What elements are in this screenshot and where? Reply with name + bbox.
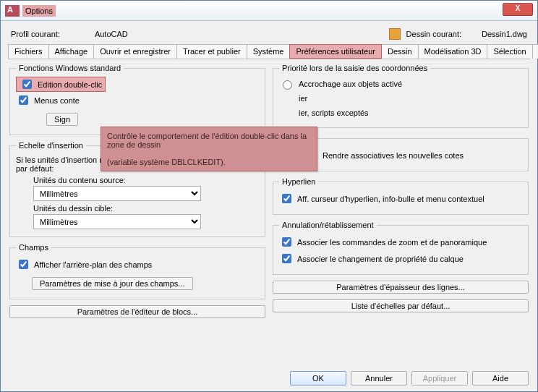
group-undo-redo-title: Annulation/rétablissement (279, 221, 377, 229)
tab-systeme[interactable]: Système (247, 44, 291, 59)
checkbox-edit-double-click[interactable]: Edition double-clic (16, 77, 106, 92)
tab-preferences-utilisateur[interactable]: Préférences utilisateur (289, 44, 381, 59)
tab-affichage[interactable]: Affichage (48, 44, 95, 59)
group-undo-redo: Annulation/rétablissement Associer les c… (273, 221, 529, 275)
target-units-combo[interactable]: Millimètres (33, 214, 259, 229)
content-area: Profil courant: AutoCAD Dessin courant: … (1, 21, 537, 330)
tab-tracer[interactable]: Tracer et publier (176, 44, 247, 59)
tooltip-dblclkedit: Contrôle le comportement de l'édition do… (101, 127, 317, 171)
checkbox-combine-layer-prop[interactable]: Associer le changement de propriété du c… (279, 250, 522, 267)
options-window: Options X Profil courant: AutoCAD Dessin… (0, 0, 538, 392)
show-field-bg-label: Afficher l'arrière-plan des champs (34, 260, 152, 269)
checkbox-show-field-bg[interactable]: Afficher l'arrière-plan des champs (16, 256, 259, 273)
close-button[interactable]: X (503, 3, 533, 16)
source-units-label: Unités du contenu source: (33, 176, 259, 184)
combine-zoom-pan-label: Associer les commandes de zoom et de pan… (297, 238, 487, 247)
group-hyperlink-title: Hyperlien (279, 177, 318, 186)
group-insertion-scale-title: Echelle d'insertion (16, 141, 86, 150)
panel: Fonctions Windows standard Edition doubl… (8, 59, 530, 323)
current-drawing-value: Dessin1.dwg (482, 30, 527, 38)
apply-button[interactable]: Appliquer (411, 371, 468, 385)
source-units-select[interactable]: Millimètres (33, 186, 201, 201)
signature-button[interactable]: Sign (46, 113, 78, 126)
drawing-icon (389, 28, 401, 40)
tooltip-line1: Contrôle le comportement de l'édition do… (107, 132, 311, 149)
tab-fichiers[interactable]: Fichiers (8, 44, 49, 59)
block-editor-settings-button[interactable]: Paramètres de l'éditeur de blocs... (9, 305, 265, 318)
group-coord-priority-title: Priorité lors de la saisie des coordonné… (279, 64, 430, 72)
edit-double-click-input[interactable] (22, 80, 32, 89)
hyperlink-cursor-label: Aff. curseur d'hyperlien, info-bulle et … (297, 195, 484, 203)
group-fields: Champs Afficher l'arrière-plan des champ… (9, 243, 265, 299)
edit-double-click-label: Edition double-clic (38, 80, 102, 89)
combine-layer-prop-label: Associer le changement de propriété du c… (297, 255, 464, 263)
hyperlink-cursor-input[interactable] (282, 194, 291, 203)
cancel-button[interactable]: Annuler (351, 371, 407, 385)
context-menus-input[interactable] (19, 95, 28, 105)
radio-keyboard-suffix: ier (299, 94, 307, 103)
radio-object-snap-label: Accrochage aux objets activé (299, 80, 402, 88)
tabs: Fichiers Affichage Ouvrir et enregistrer… (8, 44, 530, 59)
tab-modelisation-3d[interactable]: Modélisation 3D (418, 44, 488, 59)
group-hyperlink: Hyperlien Aff. curseur d'hyperlien, info… (273, 177, 529, 215)
group-fields-title: Champs (16, 243, 51, 252)
profile-row: Profil courant: AutoCAD Dessin courant: … (8, 25, 530, 44)
right-column: Priorité lors de la saisie des coordonné… (273, 64, 529, 318)
tooltip-line2: (variable système DBLCLKEDIT). (107, 158, 311, 166)
window-title: Options (22, 5, 56, 17)
source-units-combo[interactable]: Millimètres (33, 186, 259, 201)
target-units-select[interactable]: Millimètres (33, 214, 201, 229)
current-profile-label: Profil courant: (11, 30, 60, 38)
group-windows-functions-title: Fonctions Windows standard (16, 64, 124, 72)
current-drawing-label: Dessin courant: (406, 30, 461, 38)
radio-object-snap[interactable]: Accrochage aux objets activé (279, 77, 522, 91)
ok-button[interactable]: OK (290, 371, 346, 385)
checkbox-combine-zoom-pan[interactable]: Associer les commandes de zoom et de pan… (279, 234, 522, 250)
dialog-buttons: OK Annuler Appliquer Aide (290, 371, 529, 385)
radio-keyboard-except-scripts[interactable]: ier, scripts exceptés (279, 106, 522, 120)
target-units-label: Unités du dessin cible: (33, 204, 259, 213)
checkbox-hyperlink-cursor[interactable]: Aff. curseur d'hyperlien, info-bulle et … (279, 190, 522, 207)
tab-dessin[interactable]: Dessin (381, 44, 419, 59)
show-field-bg-input[interactable] (19, 260, 28, 269)
left-column: Fonctions Windows standard Edition doubl… (9, 64, 265, 318)
radio-object-snap-input[interactable] (283, 80, 292, 90)
context-menus-label: Menus conte (34, 96, 80, 105)
tab-ouvrir[interactable]: Ouvrir et enregistrer (93, 44, 177, 59)
titlebar: Options X (1, 1, 537, 21)
tab-profils[interactable]: Profils (532, 44, 538, 59)
field-update-settings-button[interactable]: Paramètres de mise à jour des champs... (32, 277, 193, 290)
lineweight-settings-button[interactable]: Paramètres d'épaisseur des lignes... (273, 281, 529, 294)
radio-keyboard-except-label: ier, scripts exceptés (299, 108, 369, 117)
group-windows-functions: Fonctions Windows standard Edition doubl… (9, 64, 265, 135)
tab-selection[interactable]: Sélection (487, 44, 532, 59)
radio-keyboard[interactable]: ier (279, 91, 522, 106)
current-profile-value: AutoCAD (95, 30, 128, 38)
group-coord-priority: Priorité lors de la saisie des coordonné… (273, 64, 529, 128)
help-button[interactable]: Aide (472, 371, 529, 385)
combine-layer-prop-input[interactable] (282, 254, 291, 263)
app-icon (5, 5, 20, 17)
checkbox-context-menus[interactable]: Menus conte (16, 92, 259, 108)
combine-zoom-pan-input[interactable] (282, 237, 291, 247)
associative-dims-label: Rendre associatives les nouvelles cotes (323, 151, 464, 160)
default-scale-list-button[interactable]: Liste d'échelles par défaut... (273, 299, 529, 312)
